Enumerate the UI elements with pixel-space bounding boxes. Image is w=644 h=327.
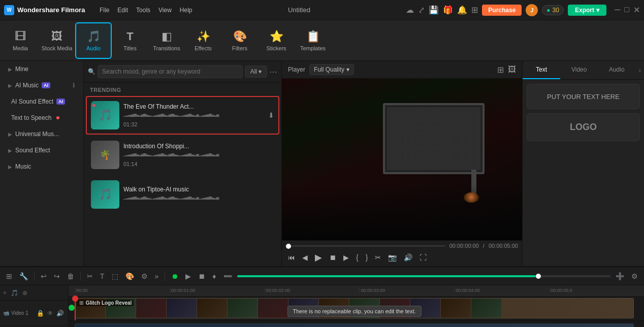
sidebar-item-sound-effect[interactable]: ▶ Sound Effect bbox=[2, 143, 81, 158]
track-add-other[interactable]: ⊕ bbox=[21, 289, 28, 297]
tl-marker[interactable]: ♦ bbox=[210, 271, 218, 281]
sidebar-item-universal-music[interactable]: ▶ Universal Mus... bbox=[2, 126, 81, 142]
sidebar-item-music[interactable]: ▶ Music bbox=[2, 159, 81, 174]
mark-0: 00:00 bbox=[75, 288, 170, 293]
audio-item-1[interactable]: 🎵 ♥ The Eve Of Thunder Act... ▁▂▃▄▅▃▂▄▅▃… bbox=[86, 96, 279, 135]
download-icon-1[interactable]: ⬇ bbox=[268, 111, 274, 119]
sidebar-label-mine: Mine bbox=[15, 66, 28, 73]
more-options-button[interactable]: ⋯ bbox=[269, 67, 277, 77]
toolbar-stickers[interactable]: ⭐ Stickers bbox=[258, 22, 295, 59]
tl-speed-button[interactable]: ⚙ bbox=[139, 271, 150, 281]
sidebar-item-ai-music[interactable]: ▶ AI Music AI ℹ bbox=[2, 78, 81, 93]
tl-delete-button[interactable]: 🗑 bbox=[65, 271, 76, 281]
playhead bbox=[75, 296, 76, 320]
toolbar-audio[interactable]: 🎵 Audio bbox=[75, 22, 112, 59]
toolbar-effects[interactable]: ✨ Effects bbox=[185, 22, 221, 59]
sidebar-item-mine[interactable]: ▶ Mine bbox=[2, 61, 81, 77]
toolbar-templates[interactable]: 📋 Templates bbox=[295, 22, 331, 59]
title-center: Untitled bbox=[197, 6, 402, 14]
preview-view-icons: ⊞ 🖼 bbox=[497, 65, 516, 75]
text-preset-logo[interactable]: LOGO bbox=[527, 113, 640, 141]
mark-3: 00:00:03:00 bbox=[359, 288, 454, 293]
close-button[interactable]: ✕ bbox=[633, 5, 640, 15]
clip-label-icon: ⊞ bbox=[79, 300, 83, 306]
clip-thumb-6 bbox=[228, 299, 258, 318]
stickers-label: Stickers bbox=[266, 45, 286, 51]
tab-arrow[interactable]: › bbox=[635, 61, 644, 79]
audio-item-3[interactable]: 🎵 Walk on Tiptoe-AI music ▁▂▃▄▅▃▂▄▅▃▂▁▂▃… bbox=[86, 175, 279, 214]
minimize-button[interactable]: ─ bbox=[615, 5, 620, 15]
tl-color-button[interactable]: 🎨 bbox=[123, 271, 136, 281]
tl-zoom-in[interactable]: ➕ bbox=[614, 271, 626, 281]
tl-more-button[interactable]: » bbox=[153, 271, 161, 281]
stop-button[interactable]: ⏹ bbox=[327, 252, 338, 263]
tl-crop-button[interactable]: ⬚ bbox=[110, 271, 120, 281]
menu-file[interactable]: File bbox=[100, 7, 109, 14]
sidebar-item-text-to-speech[interactable]: Text to Speech bbox=[2, 110, 81, 125]
mark-in-button[interactable]: { bbox=[354, 252, 361, 263]
audio-item-2[interactable]: 🌴 Introduction Of Shoppi... ▁▂▃▄▅▃▂▄▅▃▂▁… bbox=[86, 136, 279, 174]
track-add-video[interactable]: + bbox=[2, 289, 8, 297]
toolbar-filters[interactable]: 🎨 Filters bbox=[221, 22, 258, 59]
zoom-slider[interactable] bbox=[237, 275, 610, 277]
grid-view-icon[interactable]: ⊞ bbox=[497, 65, 504, 75]
clip-label: ⊞ Glitch Logo Reveal bbox=[77, 300, 134, 306]
playhead-head bbox=[72, 296, 78, 302]
toolbar-media[interactable]: 🎞 Media bbox=[2, 22, 39, 59]
export-button[interactable]: Export ▾ bbox=[568, 5, 606, 16]
audio-clip[interactable] bbox=[75, 323, 634, 327]
track-mute-btn[interactable]: 🔊 bbox=[55, 309, 65, 317]
filter-button[interactable]: All ▾ bbox=[245, 66, 267, 78]
purchase-button[interactable]: Purchase bbox=[482, 5, 522, 16]
tl-redo-button[interactable]: ↪ bbox=[52, 271, 62, 281]
tab-text[interactable]: Text bbox=[523, 61, 560, 79]
search-input[interactable] bbox=[98, 65, 243, 78]
audio-duration-2: 01:14 bbox=[123, 161, 274, 167]
toolbar-titles[interactable]: T Titles bbox=[112, 22, 148, 59]
video-clip-main[interactable]: ⊞ Glitch Logo Reveal There is no replace… bbox=[75, 298, 634, 318]
progress-track[interactable] bbox=[286, 245, 445, 247]
menu-tools[interactable]: Tools bbox=[136, 7, 150, 14]
mark-out-button[interactable]: } bbox=[364, 252, 370, 263]
tl-record-button[interactable]: ⏺ bbox=[169, 271, 180, 281]
tl-settings[interactable]: ⚙ bbox=[629, 271, 640, 281]
fullscreen-button[interactable]: ⛶ bbox=[417, 252, 429, 263]
prev-frame-button[interactable]: ◀ bbox=[300, 252, 310, 263]
text-preset-default[interactable]: PUT YOUR TEXT HERE bbox=[527, 84, 640, 109]
image-view-icon[interactable]: 🖼 bbox=[508, 65, 516, 75]
tab-video[interactable]: Video bbox=[560, 61, 598, 79]
skip-back-button[interactable]: ⏮ bbox=[286, 252, 297, 263]
tl-magnet-button[interactable]: 🔧 bbox=[17, 271, 30, 281]
menu-view[interactable]: View bbox=[158, 7, 172, 14]
track-add-audio[interactable]: 🎵 bbox=[10, 289, 19, 297]
tl-grid-button[interactable]: ⊞ bbox=[4, 271, 14, 281]
tab-audio[interactable]: Audio bbox=[598, 61, 635, 79]
tl-sep-3 bbox=[165, 272, 165, 281]
tl-undo-button[interactable]: ↩ bbox=[39, 271, 49, 281]
track-lock-btn[interactable]: 🔒 bbox=[36, 309, 45, 317]
app-icon: W bbox=[4, 5, 14, 15]
audio-thumb-icon-3: 🎵 bbox=[99, 188, 112, 201]
quality-selector[interactable]: Full Quality ▾ bbox=[309, 64, 354, 75]
track-hide-btn[interactable]: 👁 bbox=[46, 309, 54, 317]
toolbar-stock-media[interactable]: 🖼 Stock Media bbox=[39, 22, 75, 59]
sidebar-collapse-button[interactable]: ◀ bbox=[83, 137, 84, 155]
play-button[interactable]: ▶ bbox=[313, 251, 324, 264]
tl-cut-button[interactable]: ✂ bbox=[85, 271, 95, 281]
menu-edit[interactable]: Edit bbox=[117, 7, 128, 14]
next-frame-button[interactable]: ▶ bbox=[341, 252, 351, 263]
tl-text-button[interactable]: T bbox=[98, 271, 107, 281]
toolbar-transitions[interactable]: ◧ Transitions bbox=[148, 22, 185, 59]
maximize-button[interactable]: □ bbox=[624, 5, 629, 15]
chevron-ai-music: ▶ bbox=[8, 83, 12, 88]
clip-button[interactable]: ✂ bbox=[373, 252, 383, 263]
menu-help[interactable]: Help bbox=[180, 7, 192, 14]
sidebar-item-ai-sound-effect[interactable]: AI Sound Effect AI bbox=[2, 94, 81, 109]
tl-play-green[interactable]: ▶ bbox=[183, 271, 193, 281]
current-time: 00:00:00:00 bbox=[449, 243, 479, 249]
volume-button[interactable]: 🔊 bbox=[402, 252, 414, 263]
tl-zoom-out[interactable]: ➖ bbox=[221, 271, 234, 281]
tl-stop-green[interactable]: ⏹ bbox=[196, 271, 207, 281]
audio-heart-1: ♥ bbox=[92, 102, 95, 109]
snapshot-button[interactable]: 📷 bbox=[386, 252, 399, 263]
